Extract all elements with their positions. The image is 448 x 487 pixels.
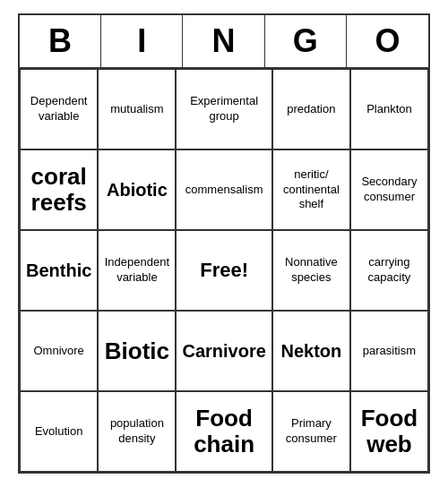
- bingo-cell-1: mutualism: [98, 69, 176, 150]
- bingo-cell-16: Biotic: [98, 311, 176, 391]
- bingo-cell-22: Food chain: [176, 391, 271, 472]
- header-letter-O: O: [347, 15, 428, 67]
- bingo-cell-6: Abiotic: [98, 150, 176, 230]
- bingo-cell-4: Plankton: [350, 69, 428, 150]
- bingo-cell-19: parasitism: [350, 311, 428, 391]
- bingo-cell-17: Carnivore: [176, 311, 271, 391]
- bingo-grid: Dependent variablemutualismExperimental …: [20, 69, 428, 472]
- bingo-cell-18: Nekton: [272, 311, 350, 391]
- bingo-cell-15: Omnivore: [20, 311, 98, 391]
- bingo-cell-11: Independent variable: [98, 230, 176, 311]
- bingo-cell-5: coral reefs: [20, 150, 98, 230]
- bingo-cell-7: commensalism: [176, 150, 271, 230]
- bingo-header: BINGO: [20, 15, 428, 69]
- bingo-cell-20: Evolution: [20, 391, 98, 472]
- bingo-cell-8: neritic/ continental shelf: [272, 150, 350, 230]
- bingo-cell-3: predation: [272, 69, 350, 150]
- bingo-cell-0: Dependent variable: [20, 69, 98, 150]
- bingo-cell-13: Nonnative species: [272, 230, 350, 311]
- bingo-cell-24: Food web: [350, 391, 428, 472]
- bingo-cell-10: Benthic: [20, 230, 98, 311]
- bingo-cell-12: Free!: [176, 230, 271, 311]
- bingo-cell-2: Experimental group: [176, 69, 271, 150]
- bingo-cell-14: carrying capacity: [350, 230, 428, 311]
- bingo-cell-23: Primary consumer: [272, 391, 350, 472]
- header-letter-N: N: [183, 15, 264, 67]
- header-letter-I: I: [101, 15, 183, 67]
- header-letter-G: G: [265, 15, 347, 67]
- header-letter-B: B: [20, 15, 101, 67]
- bingo-cell-9: Secondary consumer: [350, 150, 428, 230]
- bingo-cell-21: population density: [98, 391, 176, 472]
- bingo-card: BINGO Dependent variablemutualismExperim…: [18, 13, 430, 474]
